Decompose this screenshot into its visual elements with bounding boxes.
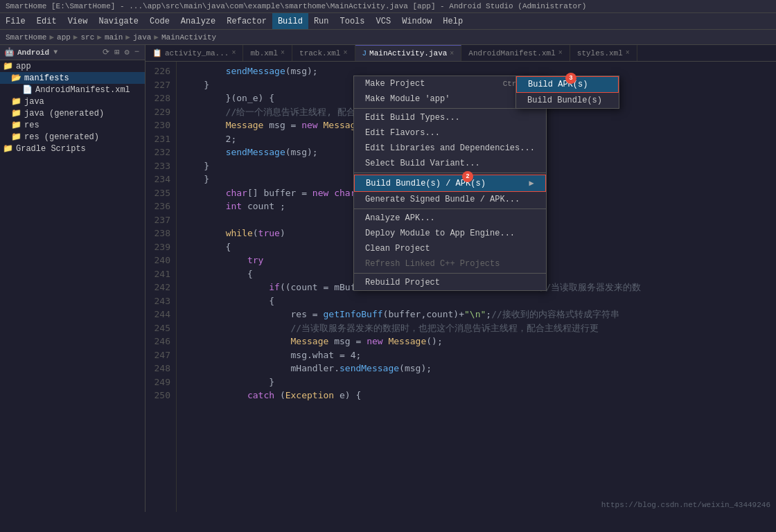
breadcrumb-smarthome[interactable]: SmartHome (6, 33, 46, 42)
tree-item-java[interactable]: 📁 java (0, 96, 145, 107)
edit-build-types-label: Edit Build Types... (365, 113, 460, 123)
sep-2 (354, 172, 546, 173)
menu-clean-project[interactable]: Clean Project (354, 241, 546, 256)
main-layout: 🤖 Android ▼ ⟳ ⊞ ⚙ − 📁 app 📂 manifests 📄 … (0, 45, 776, 512)
folder-icon-java-gen: 📁 (11, 108, 21, 118)
menu-refresh-cpp: Refresh Linked C++ Projects (354, 256, 546, 272)
menu-view[interactable]: View (62, 13, 94, 29)
make-module-label: Make Module 'app' (365, 94, 450, 104)
folder-icon: 📁 (3, 61, 13, 71)
tab-label-track: track.xml (299, 49, 340, 57)
menu-deploy-module[interactable]: Deploy Module to App Engine... (354, 226, 546, 241)
rebuild-project-label: Rebuild Project (365, 278, 440, 287)
menu-run[interactable]: Run (308, 13, 335, 29)
folder-icon-java: 📁 (11, 96, 21, 107)
tree-item-res-generated[interactable]: 📁 res (generated) (0, 131, 145, 143)
expand-icon[interactable]: ⊞ (113, 46, 121, 58)
sidebar-dropdown-arrow[interactable]: ▼ (53, 48, 58, 56)
tab-mainactivity[interactable]: J MainActivity.java × (355, 45, 462, 61)
menu-vcs[interactable]: VCS (371, 13, 397, 29)
build-apk-submenu: Build APK(s) 3 Build Bundle(s) (515, 76, 619, 109)
badge-2: 2 (462, 171, 473, 182)
breadcrumb: SmartHome ▶ app ▶ src ▶ main ▶ java ▶ Ma… (0, 30, 776, 45)
folder-icon-res-gen: 📁 (11, 132, 21, 142)
tree-label-manifests: manifests (24, 73, 69, 83)
menu-select-build-variant[interactable]: Select Build Variant... (354, 156, 546, 171)
tab-close-mb[interactable]: × (281, 49, 285, 57)
tree-label-gradle-scripts: Gradle Scripts (16, 144, 86, 154)
menu-generate-signed[interactable]: Generate Signed Bundle / APK... (354, 192, 546, 207)
breadcrumb-src[interactable]: src (80, 33, 94, 42)
menu-tools[interactable]: Tools (335, 13, 371, 29)
deploy-module-label: Deploy Module to App Engine... (365, 229, 515, 238)
menu-refactor[interactable]: Refactor (221, 13, 272, 29)
edit-libraries-label: Edit Libraries and Dependencies... (365, 143, 535, 153)
breadcrumb-app[interactable]: app (57, 33, 71, 42)
tab-close-styles[interactable]: × (626, 49, 630, 57)
analyze-apk-label: Analyze APK... (365, 213, 435, 223)
settings-icon[interactable]: ⚙ (123, 46, 131, 58)
tree-item-androidmanifest[interactable]: 📄 AndroidManifest.xml (0, 84, 145, 96)
title-bar: SmartHome [E:\SmartHome] - ...\app\src\m… (0, 0, 776, 13)
submenu-build-bundle[interactable]: Build Bundle(s) (516, 93, 619, 108)
edit-flavors-label: Edit Flavors... (365, 128, 440, 138)
minimize-icon[interactable]: − (133, 46, 141, 58)
tree-item-app[interactable]: 📁 app (0, 60, 145, 72)
tree-item-gradle-scripts[interactable]: 📁 Gradle Scripts (0, 143, 145, 154)
tab-bar: 📋 activity_ma... × mb.xml × track.xml × … (146, 45, 776, 62)
badge-3: 3 (565, 73, 576, 84)
tab-label-mb: mb.xml (250, 49, 278, 57)
breadcrumb-java[interactable]: java (133, 33, 151, 42)
menu-analyze[interactable]: Analyze (175, 13, 221, 29)
tab-icon-java: J (362, 49, 367, 57)
menu-file[interactable]: File (0, 13, 31, 29)
menu-edit-build-types[interactable]: Edit Build Types... (354, 110, 546, 125)
tab-activity-ma[interactable]: 📋 activity_ma... × (146, 45, 243, 61)
build-apk-label: Build APK(s) (528, 80, 588, 89)
menu-navigate[interactable]: Navigate (93, 13, 144, 29)
build-bundle-label: Build Bundle(s) (527, 96, 602, 105)
tree-item-res[interactable]: 📁 res (0, 119, 145, 131)
window-title: SmartHome [E:\SmartHome] - ...\app\src\m… (6, 2, 586, 10)
tree-item-manifests[interactable]: 📂 manifests (0, 72, 145, 84)
tab-close-mainactivity[interactable]: × (450, 50, 454, 57)
menu-analyze-apk[interactable]: Analyze APK... (354, 211, 546, 226)
tab-close-activity[interactable]: × (231, 49, 236, 57)
breadcrumb-mainactivity[interactable]: MainActivity (161, 33, 216, 42)
editor-area: 📋 activity_ma... × mb.xml × track.xml × … (146, 45, 776, 512)
sidebar-header-label: Android (17, 48, 49, 57)
menu-edit-libraries[interactable]: Edit Libraries and Dependencies... (354, 141, 546, 156)
submenu-build-apk[interactable]: Build APK(s) 3 (516, 76, 619, 93)
submenu-arrow: ▶ (529, 178, 534, 188)
menu-build[interactable]: Build (272, 13, 308, 29)
tree-item-java-generated[interactable]: 📁 java (generated) (0, 107, 145, 119)
menu-rebuild-project[interactable]: Rebuild Project (354, 275, 546, 290)
watermark: https://blog.csdn.net/weixin_43449246 (601, 501, 770, 509)
tab-mb[interactable]: mb.xml × (243, 45, 292, 61)
folder-icon-gradle: 📁 (3, 143, 13, 154)
tab-track[interactable]: track.xml × (292, 45, 355, 61)
tree-label-res: res (24, 121, 39, 130)
tab-close-androidmanifest[interactable]: × (558, 49, 563, 57)
menu-window[interactable]: Window (396, 13, 437, 29)
menu-build-bundle-apk[interactable]: Build Bundle(s) / APK(s) ▶ 2 (354, 175, 546, 192)
menu-edit-flavors[interactable]: Edit Flavors... (354, 125, 546, 141)
tab-styles[interactable]: styles.xml × (570, 45, 637, 61)
sep-3 (354, 209, 546, 209)
menu-code[interactable]: Code (144, 13, 175, 29)
sidebar-toolbar: 🤖 Android ▼ ⟳ ⊞ ⚙ − (0, 45, 145, 60)
tab-label-styles: styles.xml (577, 49, 623, 57)
menu-bar: File Edit View Navigate Code Analyze Ref… (0, 13, 776, 30)
tab-label-activity: activity_ma... (165, 49, 229, 57)
generate-signed-label: Generate Signed Bundle / APK... (365, 195, 520, 204)
breadcrumb-main[interactable]: main (105, 33, 123, 42)
sync-icon[interactable]: ⟳ (101, 46, 111, 58)
refresh-cpp-label: Refresh Linked C++ Projects (365, 259, 500, 269)
menu-edit[interactable]: Edit (31, 13, 62, 29)
tab-close-track[interactable]: × (343, 49, 347, 57)
menu-help[interactable]: Help (437, 13, 468, 29)
sidebar-toolbar-icons: ⟳ ⊞ ⚙ − (101, 46, 141, 58)
sep-4 (354, 273, 546, 274)
tree-label-app: app (16, 62, 31, 71)
tab-androidmanifest[interactable]: AndroidManifest.xml × (461, 45, 570, 61)
